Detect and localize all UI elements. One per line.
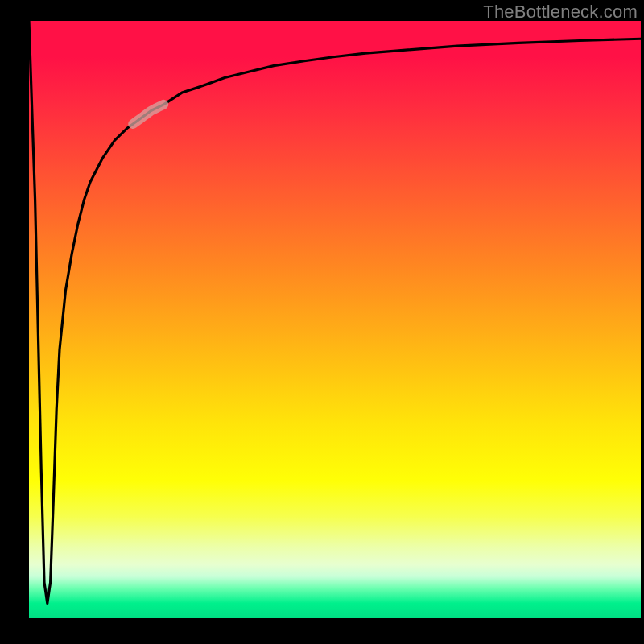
watermark-text: TheBottleneck.com xyxy=(483,2,638,23)
curve-highlight-segment xyxy=(133,105,163,124)
plot-area xyxy=(29,21,641,618)
bottleneck-curve xyxy=(29,21,641,603)
chart-frame: TheBottleneck.com xyxy=(0,0,644,644)
curve-layer xyxy=(29,21,641,618)
